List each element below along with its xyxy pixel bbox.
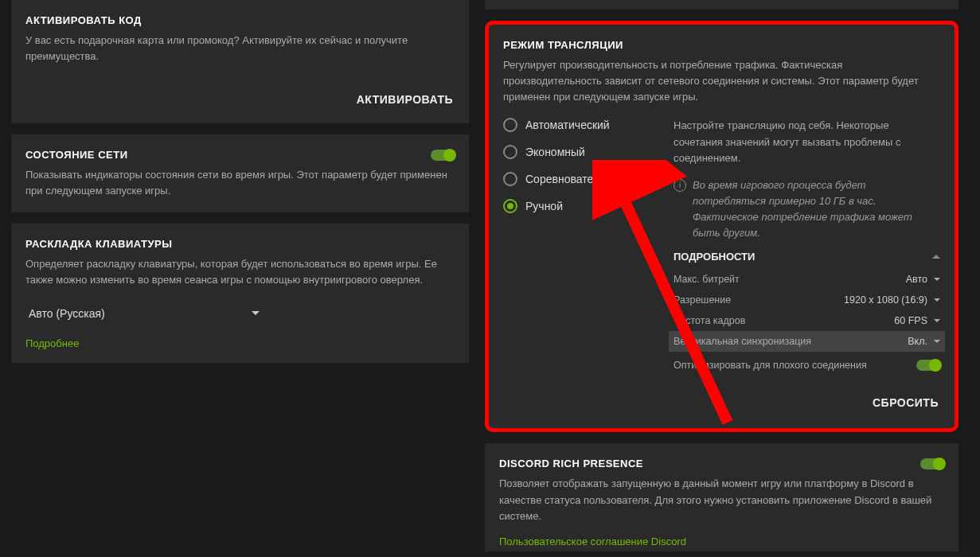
streaming-mode-card: РЕЖИМ ТРАНСЛЯЦИИ Регулирует производител… — [485, 21, 959, 432]
chevron-down-icon — [252, 311, 260, 315]
keyboard-title: РАСКЛАДКА КЛАВИАТУРЫ — [25, 238, 455, 250]
info-icon: i — [674, 179, 686, 192]
streaming-desc: Регулирует производительность и потребле… — [503, 57, 940, 105]
chevron-down-icon — [934, 278, 940, 281]
keyboard-value: Авто (Русская) — [29, 307, 105, 320]
keyboard-layout-card: РАСКЛАДКА КЛАВИАТУРЫ Определяет раскладк… — [11, 224, 469, 363]
details-section: ПОДРОБНОСТИ Макс. битрейт Авто Разрешени — [674, 251, 940, 374]
radio-competitive[interactable]: Соревновательный — [503, 172, 654, 186]
streaming-traffic-text: Во время игрового процесса будет потребл… — [693, 177, 940, 242]
streaming-hint: Настройте трансляцию под себя. Некоторые… — [674, 118, 940, 166]
details-title: ПОДРОБНОСТИ — [674, 251, 755, 263]
streaming-traffic-hint: i Во время игрового процесса будет потре… — [674, 177, 940, 242]
resolution-row: Разрешение 1920 x 1080 (16:9) — [674, 290, 940, 310]
network-title: СОСТОЯНИЕ СЕТИ — [25, 149, 128, 161]
activate-code-card: АКТИВИРОВАТЬ КОД У вас есть подарочная к… — [11, 0, 469, 123]
streaming-title: РЕЖИМ ТРАНСЛЯЦИИ — [503, 39, 940, 51]
activate-title: АКТИВИРОВАТЬ КОД — [25, 14, 455, 26]
resolution-value: 1920 x 1080 (16:9) — [844, 294, 927, 306]
radio-manual[interactable]: Ручной — [503, 199, 654, 213]
streaming-mode-radios: Автоматический Экономный Соревновательны… — [503, 118, 654, 374]
radio-icon — [503, 118, 517, 132]
keyboard-layout-dropdown[interactable]: Авто (Русская) — [25, 301, 263, 326]
discord-toggle[interactable] — [920, 458, 944, 469]
prev-card-stub — [485, 0, 959, 10]
vsync-value: Вкл. — [908, 336, 927, 347]
fps-row: Частота кадров 60 FPS — [674, 310, 940, 331]
details-header[interactable]: ПОДРОБНОСТИ — [674, 251, 940, 263]
fps-value: 60 FPS — [894, 315, 927, 326]
radio-icon-selected — [503, 199, 517, 213]
discord-agreement-link[interactable]: Пользовательское соглашение Discord — [499, 536, 686, 547]
network-desc: Показывать индикаторы состояния сети во … — [25, 167, 455, 199]
vsync-label: Вертикальная синхронизация — [674, 336, 811, 347]
keyboard-desc: Определяет раскладку клавиатуры, которая… — [25, 256, 455, 288]
keyboard-more-link[interactable]: Подробнее — [25, 337, 79, 349]
activate-button[interactable]: АКТИВИРОВАТЬ — [355, 88, 455, 111]
radio-icon — [503, 145, 517, 159]
chevron-up-icon — [932, 255, 940, 259]
network-state-card: СОСТОЯНИЕ СЕТИ Показывать индикаторы сос… — [11, 134, 469, 212]
optimize-row: Оптимизировать для плохого соединения — [674, 352, 940, 374]
fps-dropdown[interactable]: 60 FPS — [894, 315, 940, 326]
bitrate-value: Авто — [906, 274, 927, 285]
optimize-toggle[interactable] — [916, 360, 940, 371]
chevron-down-icon — [934, 298, 940, 302]
activate-desc: У вас есть подарочная карта или промокод… — [25, 33, 455, 64]
reset-button[interactable]: СБРОСИТЬ — [871, 391, 940, 414]
vsync-row: Вертикальная синхронизация Вкл. — [669, 331, 945, 352]
radio-auto-label: Автоматический — [525, 119, 610, 131]
discord-desc: Позволяет отображать запущенную в данный… — [499, 476, 944, 524]
chevron-down-icon — [934, 340, 940, 343]
resolution-label: Разрешение — [674, 294, 731, 306]
fps-label: Частота кадров — [674, 315, 745, 326]
discord-title: DISCORD RICH PRESENCE — [499, 458, 643, 469]
bitrate-label: Макс. битрейт — [674, 274, 740, 285]
radio-manual-label: Ручной — [525, 200, 563, 212]
radio-comp-label: Соревновательный — [525, 173, 626, 185]
chevron-down-icon — [934, 319, 940, 322]
discord-card: DISCORD RICH PRESENCE Позволяет отобража… — [485, 443, 959, 551]
radio-eco[interactable]: Экономный — [503, 145, 654, 159]
optimize-label: Оптимизировать для плохого соединения — [674, 360, 867, 371]
radio-auto[interactable]: Автоматический — [503, 118, 654, 132]
bitrate-row: Макс. битрейт Авто — [674, 269, 940, 290]
radio-icon — [503, 172, 517, 186]
vsync-dropdown[interactable]: Вкл. — [908, 336, 940, 347]
resolution-dropdown[interactable]: 1920 x 1080 (16:9) — [844, 294, 940, 306]
radio-eco-label: Экономный — [525, 146, 585, 158]
bitrate-dropdown[interactable]: Авто — [906, 274, 940, 285]
network-toggle[interactable] — [431, 150, 455, 161]
